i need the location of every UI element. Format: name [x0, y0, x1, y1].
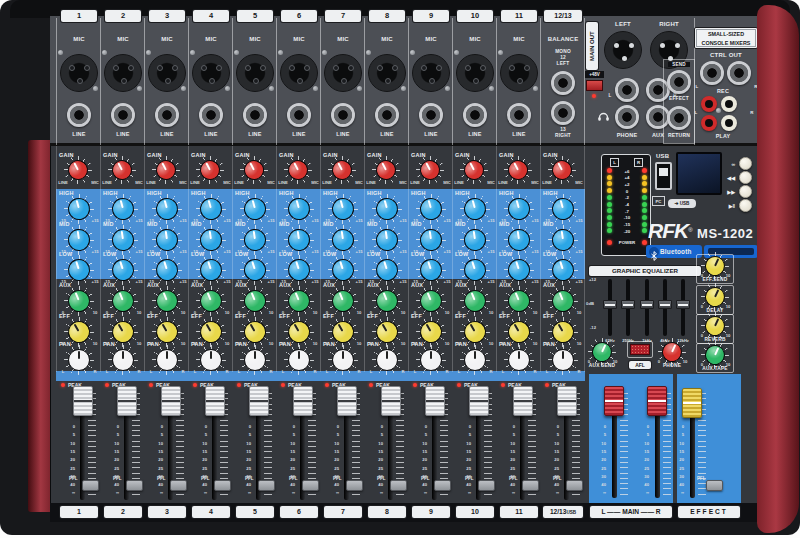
rotary-knob[interactable]	[507, 289, 531, 313]
rotary-knob[interactable]	[243, 159, 265, 181]
rotary-knob[interactable]	[507, 197, 531, 221]
rotary-knob[interactable]	[199, 289, 223, 313]
rotary-knob[interactable]	[111, 197, 135, 221]
rotary-knob[interactable]	[331, 258, 355, 282]
rotary-knob[interactable]	[463, 348, 487, 372]
pfl-button[interactable]	[478, 480, 495, 491]
fader-cap[interactable]	[161, 386, 181, 416]
effect-fader-cap[interactable]	[682, 388, 702, 418]
rotary-knob[interactable]	[419, 289, 443, 313]
rotary-knob[interactable]	[67, 348, 91, 372]
rotary-knob[interactable]	[287, 258, 311, 282]
fader-cap[interactable]	[513, 386, 533, 416]
rotary-knob[interactable]	[111, 228, 135, 252]
line-input-jack[interactable]	[375, 103, 399, 127]
xlr-mic-connector[interactable]	[236, 54, 274, 92]
eq-slider-cap[interactable]	[603, 300, 617, 309]
main-out-left-jack[interactable]	[615, 78, 639, 102]
rotary-knob[interactable]	[111, 289, 135, 313]
rotary-knob[interactable]	[155, 159, 177, 181]
pfl-button[interactable]	[82, 480, 99, 491]
rotary-knob[interactable]	[551, 228, 575, 252]
eq-slider-cap[interactable]	[658, 300, 672, 309]
rotary-knob[interactable]	[551, 197, 575, 221]
rotary-knob[interactable]	[419, 228, 443, 252]
rotary-knob[interactable]	[375, 348, 399, 372]
rotary-knob[interactable]	[375, 258, 399, 282]
xlr-mic-connector[interactable]	[104, 54, 142, 92]
play-right-rca[interactable]	[721, 115, 737, 131]
line-input-jack[interactable]	[287, 103, 311, 127]
rotary-knob[interactable]	[199, 348, 223, 372]
effect-return-jack[interactable]	[667, 106, 691, 130]
rotary-knob[interactable]	[507, 159, 529, 181]
fader-cap[interactable]	[337, 386, 357, 416]
previous-button[interactable]	[739, 171, 752, 184]
xlr-mic-connector[interactable]	[280, 54, 318, 92]
rotary-knob[interactable]	[67, 228, 91, 252]
rotary-knob[interactable]	[155, 258, 179, 282]
stereo-left-jack[interactable]	[551, 71, 575, 95]
rotary-knob[interactable]	[331, 348, 355, 372]
rotary-knob[interactable]	[419, 348, 443, 372]
ctrl-out-left-jack[interactable]	[700, 61, 724, 85]
pfl-button[interactable]	[258, 480, 275, 491]
pfl-button[interactable]	[434, 480, 451, 491]
rotary-knob[interactable]	[463, 289, 487, 313]
rotary-knob[interactable]	[243, 289, 267, 313]
rotary-knob[interactable]	[331, 159, 353, 181]
rotary-knob[interactable]	[287, 197, 311, 221]
effect-pfl-button[interactable]	[706, 480, 723, 491]
line-input-jack[interactable]	[419, 103, 443, 127]
rotary-knob[interactable]	[375, 289, 399, 313]
rotary-knob[interactable]	[375, 228, 399, 252]
rotary-knob[interactable]	[419, 159, 441, 181]
pfl-button[interactable]	[346, 480, 363, 491]
rotary-knob[interactable]	[375, 159, 397, 181]
pfl-button[interactable]	[522, 480, 539, 491]
rotary-knob[interactable]	[155, 228, 179, 252]
line-input-jack[interactable]	[463, 103, 487, 127]
rotary-knob[interactable]	[463, 197, 487, 221]
rotary-knob[interactable]	[111, 159, 133, 181]
rotary-knob[interactable]	[419, 197, 443, 221]
rec-left-rca[interactable]	[701, 96, 717, 112]
rotary-knob[interactable]	[243, 197, 267, 221]
xlr-mic-connector[interactable]	[60, 54, 98, 92]
rotary-knob[interactable]	[507, 228, 531, 252]
rotary-knob[interactable]	[463, 258, 487, 282]
rotary-knob[interactable]	[463, 159, 485, 181]
loop-button[interactable]	[739, 157, 752, 170]
rec-right-rca[interactable]	[721, 96, 737, 112]
rotary-knob[interactable]	[155, 348, 179, 372]
rotary-knob[interactable]	[507, 258, 531, 282]
play-left-rca[interactable]	[701, 115, 717, 131]
fader-cap[interactable]	[557, 386, 577, 416]
eq-slider-cap[interactable]	[621, 300, 635, 309]
rotary-knob[interactable]	[67, 289, 91, 313]
fader-cap[interactable]	[381, 386, 401, 416]
rotary-knob[interactable]	[199, 228, 223, 252]
pfl-button[interactable]	[214, 480, 231, 491]
afl-button[interactable]	[630, 344, 650, 355]
phantom-power-switch[interactable]	[586, 80, 603, 91]
rotary-knob[interactable]	[67, 159, 89, 181]
xlr-mic-connector[interactable]	[500, 54, 538, 92]
eq-slider-cap[interactable]	[676, 300, 690, 309]
play-pause-button[interactable]	[739, 199, 752, 212]
rotary-knob[interactable]	[287, 348, 311, 372]
rotary-knob[interactable]	[67, 197, 91, 221]
rotary-knob[interactable]	[243, 228, 267, 252]
next-button[interactable]	[739, 185, 752, 198]
line-input-jack[interactable]	[111, 103, 135, 127]
pfl-button[interactable]	[566, 480, 583, 491]
main-left-fader-cap[interactable]	[604, 386, 624, 416]
rotary-knob[interactable]	[331, 197, 355, 221]
rotary-knob[interactable]	[419, 258, 443, 282]
effect-send-jack[interactable]	[667, 70, 691, 94]
stereo-right-jack[interactable]	[551, 101, 575, 125]
pfl-button[interactable]	[390, 480, 407, 491]
rotary-knob[interactable]	[155, 289, 179, 313]
line-input-jack[interactable]	[155, 103, 179, 127]
xlr-mic-connector[interactable]	[456, 54, 494, 92]
